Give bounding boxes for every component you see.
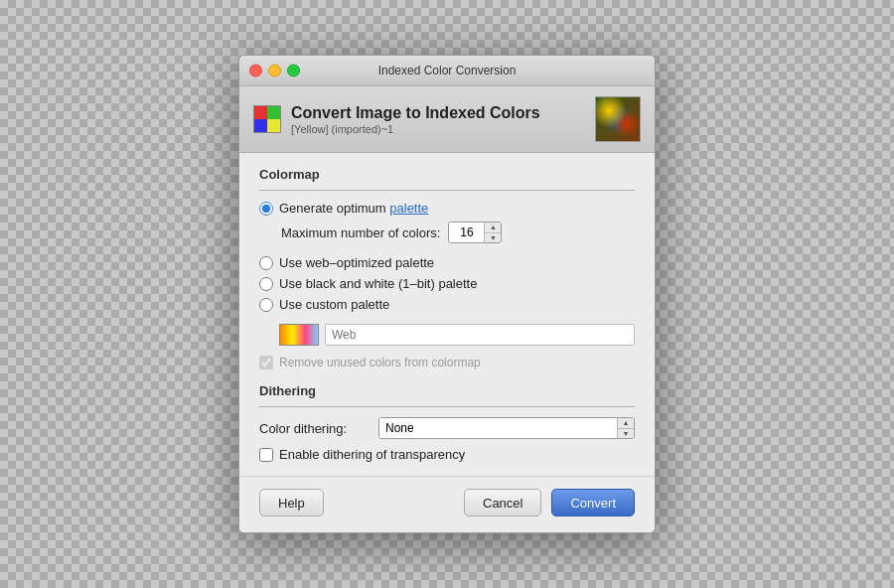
remove-colors-row: Remove unused colors from colormap	[259, 356, 635, 369]
dialog-window: Indexed Color Conversion Convert Image t…	[238, 55, 656, 533]
palette-link: palette	[389, 201, 428, 216]
header-text: Convert Image to Indexed Colors [Yellow]…	[291, 103, 540, 134]
transparency-label[interactable]: Enable dithering of transparency	[279, 447, 465, 462]
radio-custom[interactable]	[259, 298, 273, 312]
colormap-radio-group: Generate optimum palette Maximum number …	[259, 201, 635, 346]
colormap-icon	[253, 105, 281, 133]
icon-yellow	[267, 119, 280, 132]
max-colors-spin-up[interactable]: ▲	[485, 222, 501, 233]
max-colors-label: Maximum number of colors:	[281, 225, 440, 240]
dithering-divider	[259, 406, 635, 407]
radio-bw-label[interactable]: Use black and white (1–bit) palette	[279, 276, 477, 291]
icon-red	[254, 106, 267, 119]
radio-row-custom: Use custom palette	[259, 297, 635, 312]
radio-web-label[interactable]: Use web–optimized palette	[279, 255, 434, 270]
title-bar: Indexed Color Conversion	[239, 56, 655, 86]
radio-web[interactable]	[259, 256, 273, 270]
dithering-color-label: Color dithering:	[259, 421, 369, 436]
image-thumbnail	[595, 96, 641, 142]
icon-green	[267, 106, 280, 119]
dithering-select[interactable]: None FS Fixed	[379, 418, 618, 438]
content-area: Colormap Generate optimum palette Maximu…	[239, 153, 655, 476]
dialog-header: Convert Image to Indexed Colors [Yellow]…	[239, 86, 655, 153]
radio-optimum[interactable]	[259, 202, 273, 216]
max-colors-input-group: ▲ ▼	[448, 221, 502, 243]
convert-button[interactable]: Convert	[551, 489, 635, 516]
max-colors-spin-down[interactable]: ▼	[485, 233, 501, 243]
dialog-title: Convert Image to Indexed Colors	[291, 103, 540, 122]
maximize-button[interactable]	[287, 65, 300, 77]
dialog-subtitle: [Yellow] (imported)~1	[291, 123, 540, 135]
window-title: Indexed Color Conversion	[378, 64, 517, 77]
colormap-section-label: Colormap	[259, 167, 635, 182]
dithering-section-label: Dithering	[259, 383, 635, 398]
transparency-checkbox[interactable]	[259, 448, 273, 462]
max-colors-spinner: ▲ ▼	[485, 222, 501, 242]
custom-palette-row	[279, 324, 635, 346]
colormap-divider	[259, 190, 635, 191]
radio-row-bw: Use black and white (1–bit) palette	[259, 276, 635, 291]
transparency-row: Enable dithering of transparency	[259, 447, 635, 462]
remove-colors-label: Remove unused colors from colormap	[279, 356, 481, 369]
dithering-color-row: Color dithering: None FS Fixed ▲ ▼	[259, 417, 635, 439]
dithering-spin-down[interactable]: ▼	[618, 429, 634, 439]
dithering-spin-up[interactable]: ▲	[618, 418, 634, 429]
dithering-select-group: None FS Fixed ▲ ▼	[378, 417, 635, 439]
dialog-container: Indexed Color Conversion Convert Image t…	[238, 55, 656, 533]
window-controls	[249, 65, 300, 77]
palette-name-input[interactable]	[325, 324, 635, 346]
max-colors-input[interactable]	[449, 222, 485, 242]
dithering-spinner: ▲ ▼	[618, 418, 634, 438]
palette-preview-swatch[interactable]	[279, 324, 319, 346]
radio-bw[interactable]	[259, 277, 273, 291]
cancel-button[interactable]: Cancel	[464, 489, 541, 516]
remove-colors-checkbox[interactable]	[259, 356, 273, 369]
radio-row-optimum: Generate optimum palette	[259, 201, 635, 216]
button-bar: Help Cancel Convert	[239, 476, 655, 532]
max-colors-row: Maximum number of colors: ▲ ▼	[281, 221, 635, 243]
radio-row-web: Use web–optimized palette	[259, 255, 635, 270]
help-button[interactable]: Help	[259, 489, 324, 516]
thumbnail-preview	[596, 97, 640, 141]
right-buttons: Cancel Convert	[464, 489, 635, 516]
radio-custom-label[interactable]: Use custom palette	[279, 297, 389, 312]
dithering-section: Dithering Color dithering: None FS Fixed…	[259, 383, 635, 462]
icon-blue	[254, 119, 267, 132]
header-left: Convert Image to Indexed Colors [Yellow]…	[253, 103, 540, 134]
minimize-button[interactable]	[268, 65, 281, 77]
radio-optimum-label[interactable]: Generate optimum palette	[279, 201, 428, 216]
close-button[interactable]	[249, 65, 262, 77]
